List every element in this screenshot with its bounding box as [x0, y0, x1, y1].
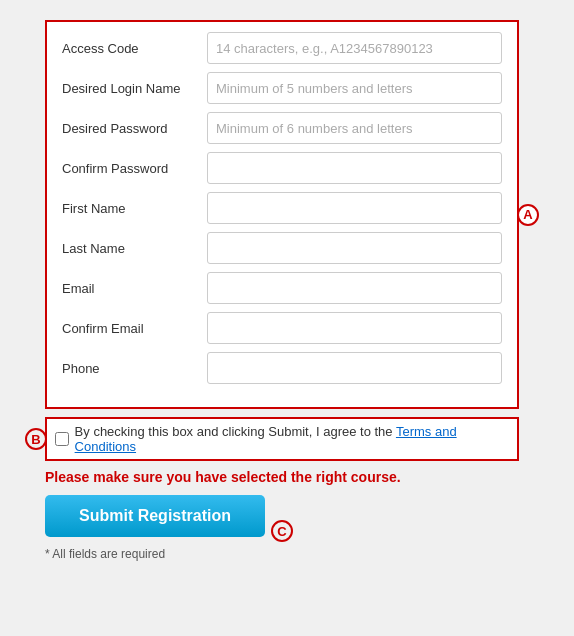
- submit-area: Submit Registration C: [45, 495, 265, 537]
- form-row-phone: Phone: [62, 352, 502, 384]
- terms-text: By checking this box and clicking Submit…: [75, 424, 509, 454]
- terms-link[interactable]: Terms and Conditions: [75, 424, 457, 454]
- input-phone[interactable]: [207, 352, 502, 384]
- form-row-first-name: First Name: [62, 192, 502, 224]
- label-phone: Phone: [62, 361, 207, 376]
- input-email[interactable]: [207, 272, 502, 304]
- label-password: Desired Password: [62, 121, 207, 136]
- registration-form: Access Code Desired Login Name Desired P…: [45, 20, 519, 409]
- submit-button[interactable]: Submit Registration: [45, 495, 265, 537]
- required-note: * All fields are required: [45, 547, 519, 561]
- warning-message: Please make sure you have selected the r…: [45, 469, 519, 485]
- form-row-last-name: Last Name: [62, 232, 502, 264]
- form-row-access-code: Access Code: [62, 32, 502, 64]
- marker-b: B: [25, 428, 47, 450]
- input-login-name[interactable]: [207, 72, 502, 104]
- below-form: B By checking this box and clicking Subm…: [45, 417, 519, 561]
- input-first-name[interactable]: [207, 192, 502, 224]
- label-email: Email: [62, 281, 207, 296]
- label-confirm-password: Confirm Password: [62, 161, 207, 176]
- input-confirm-email[interactable]: [207, 312, 502, 344]
- input-password[interactable]: [207, 112, 502, 144]
- form-row-confirm-email: Confirm Email: [62, 312, 502, 344]
- marker-a: A: [517, 204, 539, 226]
- form-row-password: Desired Password: [62, 112, 502, 144]
- input-confirm-password[interactable]: [207, 152, 502, 184]
- label-confirm-email: Confirm Email: [62, 321, 207, 336]
- label-last-name: Last Name: [62, 241, 207, 256]
- form-row-confirm-password: Confirm Password: [62, 152, 502, 184]
- label-access-code: Access Code: [62, 41, 207, 56]
- form-row-login-name: Desired Login Name: [62, 72, 502, 104]
- label-first-name: First Name: [62, 201, 207, 216]
- form-row-email: Email: [62, 272, 502, 304]
- terms-checkbox-row: B By checking this box and clicking Subm…: [45, 417, 519, 461]
- marker-c: C: [271, 520, 293, 542]
- page-wrapper: Access Code Desired Login Name Desired P…: [10, 10, 564, 581]
- input-access-code[interactable]: [207, 32, 502, 64]
- label-login-name: Desired Login Name: [62, 81, 207, 96]
- input-last-name[interactable]: [207, 232, 502, 264]
- terms-checkbox[interactable]: [55, 432, 69, 446]
